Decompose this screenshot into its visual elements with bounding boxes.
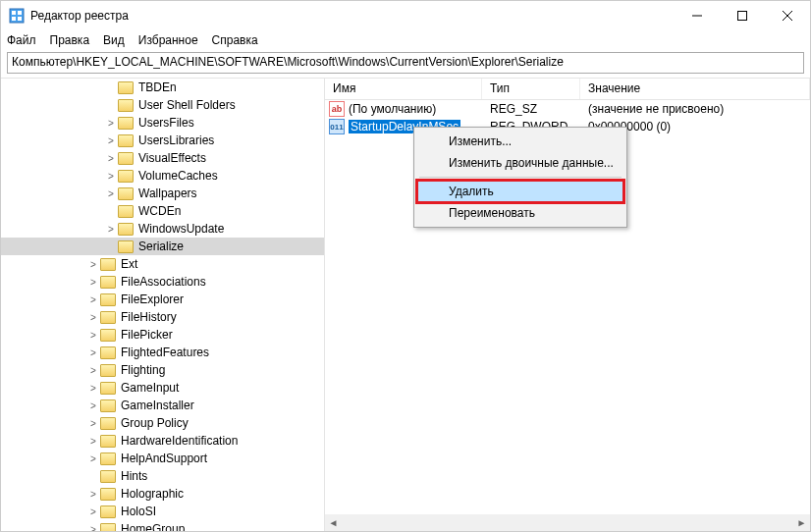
expand-icon[interactable]: > xyxy=(87,294,99,305)
value-name: (По умолчанию) xyxy=(349,102,436,116)
expand-icon[interactable]: > xyxy=(105,153,117,164)
folder-icon xyxy=(100,364,116,377)
expand-icon[interactable]: > xyxy=(87,330,99,341)
window-title: Редактор реестра xyxy=(30,9,675,23)
folder-icon xyxy=(100,488,116,501)
column-name[interactable]: Имя xyxy=(325,79,482,99)
tree-item-label: FilePicker xyxy=(119,328,175,342)
expand-icon[interactable]: > xyxy=(87,453,99,464)
tree-item-label: VisualEffects xyxy=(136,151,208,165)
tree-item[interactable]: >GameInstaller xyxy=(1,397,324,414)
expand-icon[interactable]: > xyxy=(87,506,99,517)
tree-item[interactable]: >UsersLibraries xyxy=(1,132,324,149)
context-menu-item[interactable]: Удалить xyxy=(417,181,623,202)
tree-item[interactable]: Serialize xyxy=(1,238,324,255)
tree-item[interactable]: >FlightedFeatures xyxy=(1,344,324,361)
tree-item[interactable]: >HoloSI xyxy=(1,503,324,520)
context-menu-item[interactable]: Изменить... xyxy=(417,131,623,152)
folder-icon xyxy=(100,399,116,412)
tree-pane[interactable]: TBDEnUser Shell Folders>UsersFiles>Users… xyxy=(1,79,325,531)
scroll-right-icon[interactable]: ► xyxy=(793,514,810,531)
expand-icon[interactable]: > xyxy=(87,312,99,323)
minimize-button[interactable] xyxy=(675,1,720,30)
folder-icon xyxy=(118,152,134,165)
expand-icon[interactable]: > xyxy=(105,188,117,199)
tree-item-label: UsersLibraries xyxy=(136,133,216,147)
expand-icon[interactable]: > xyxy=(105,118,117,129)
svg-rect-2 xyxy=(18,11,22,15)
tree-item[interactable]: >WindowsUpdate xyxy=(1,220,324,238)
tree-item-label: Flighting xyxy=(119,363,167,377)
folder-icon xyxy=(118,117,134,130)
menu-file[interactable]: Файл xyxy=(7,33,36,47)
expand-icon[interactable]: > xyxy=(105,135,117,146)
tree-item[interactable]: >FileExplorer xyxy=(1,291,324,308)
tree-item-label: FileExplorer xyxy=(119,293,186,306)
menu-favorites[interactable]: Избранное xyxy=(138,33,198,47)
tree-item[interactable]: >UsersFiles xyxy=(1,114,324,132)
tree-item[interactable]: >Wallpapers xyxy=(1,185,324,202)
folder-icon xyxy=(118,81,134,94)
tree-item[interactable]: >HardwareIdentification xyxy=(1,432,324,450)
expand-icon[interactable]: > xyxy=(87,347,99,358)
tree-item[interactable]: >HomeGroup xyxy=(1,520,324,531)
folder-icon xyxy=(100,470,116,483)
folder-icon xyxy=(100,505,116,518)
expand-icon[interactable]: > xyxy=(87,365,99,376)
horizontal-scrollbar[interactable]: ◄ ► xyxy=(325,514,810,531)
expand-icon[interactable]: > xyxy=(87,489,99,500)
context-menu: Изменить...Изменить двоичные данные...Уд… xyxy=(413,127,627,228)
column-value[interactable]: Значение xyxy=(580,79,810,99)
tree-item-label: HoloSI xyxy=(119,505,158,518)
expand-icon[interactable]: > xyxy=(87,259,99,270)
expand-icon[interactable]: > xyxy=(87,418,99,429)
tree-item[interactable]: Hints xyxy=(1,467,324,485)
tree-item[interactable]: >Group Policy xyxy=(1,414,324,432)
expand-icon[interactable]: > xyxy=(87,277,99,288)
expand-icon[interactable]: > xyxy=(87,400,99,411)
menu-edit[interactable]: Правка xyxy=(50,33,90,47)
folder-icon xyxy=(118,170,134,183)
expand-icon[interactable]: > xyxy=(87,524,99,532)
folder-icon xyxy=(100,276,116,289)
tree-item[interactable]: WCDEn xyxy=(1,202,324,220)
tree-item-label: HomeGroup xyxy=(119,522,187,531)
tree-item[interactable]: TBDEn xyxy=(1,79,324,96)
folder-icon xyxy=(100,452,116,465)
tree-item[interactable]: >FileAssociations xyxy=(1,273,324,291)
expand-icon[interactable]: > xyxy=(105,224,117,235)
tree-item-label: UsersFiles xyxy=(136,116,196,130)
column-type[interactable]: Тип xyxy=(482,79,580,99)
tree-item[interactable]: >Holographic xyxy=(1,485,324,503)
tree-item-label: FlightedFeatures xyxy=(119,346,211,359)
tree-item[interactable]: >FilePicker xyxy=(1,326,324,344)
expand-icon[interactable]: > xyxy=(87,436,99,447)
tree-item-label: WCDEn xyxy=(136,204,183,218)
expand-icon[interactable]: > xyxy=(105,171,117,182)
context-menu-item[interactable]: Переименовать xyxy=(417,202,623,224)
tree-item[interactable]: >HelpAndSupport xyxy=(1,450,324,467)
address-bar[interactable]: Компьютер\HKEY_LOCAL_MACHINE\SOFTWARE\Mi… xyxy=(7,52,804,74)
expand-icon[interactable]: > xyxy=(87,383,99,394)
tree-item-label: WindowsUpdate xyxy=(136,222,226,236)
tree-item[interactable]: User Shell Folders xyxy=(1,96,324,114)
maximize-button[interactable] xyxy=(720,1,765,30)
tree-item[interactable]: >VolumeCaches xyxy=(1,167,324,185)
svg-rect-3 xyxy=(12,17,16,21)
tree-item[interactable]: >Flighting xyxy=(1,361,324,379)
context-menu-item[interactable]: Изменить двоичные данные... xyxy=(417,152,623,174)
menu-help[interactable]: Справка xyxy=(212,33,258,47)
tree-item[interactable]: >GameInput xyxy=(1,379,324,397)
menu-view[interactable]: Вид xyxy=(103,33,125,47)
tree-item-label: TBDEn xyxy=(136,80,179,94)
close-button[interactable] xyxy=(765,1,810,30)
folder-icon xyxy=(100,435,116,448)
scroll-left-icon[interactable]: ◄ xyxy=(325,514,342,531)
tree-item[interactable]: >Ext xyxy=(1,255,324,273)
folder-icon xyxy=(100,346,116,359)
folder-icon xyxy=(118,240,134,253)
value-row[interactable]: ab(По умолчанию)REG_SZ(значение не присв… xyxy=(325,100,810,118)
tree-item[interactable]: >FileHistory xyxy=(1,308,324,326)
tree-item-label: Serialize xyxy=(136,239,186,253)
tree-item[interactable]: >VisualEffects xyxy=(1,149,324,167)
